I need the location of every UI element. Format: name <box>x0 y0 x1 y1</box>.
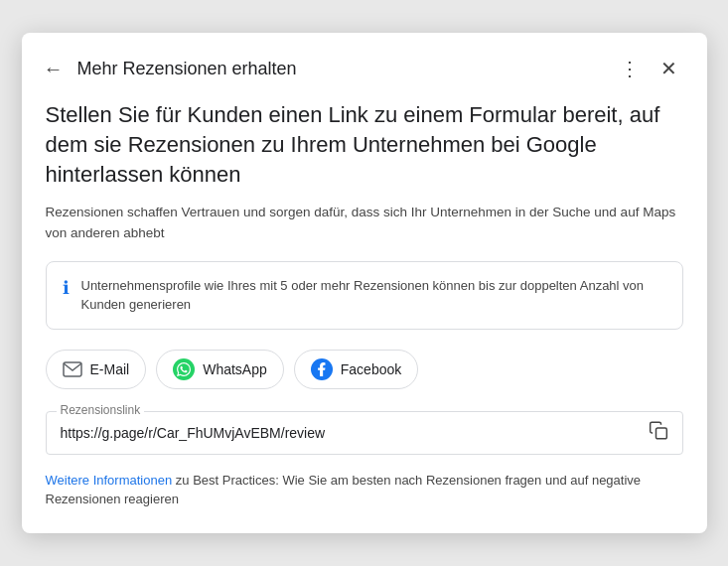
more-options-button[interactable]: ⋮ <box>612 51 648 86</box>
info-icon: ℹ <box>63 277 70 299</box>
email-icon <box>63 359 82 379</box>
facebook-label: Facebook <box>341 361 401 377</box>
back-button[interactable]: ← <box>38 53 70 84</box>
header-actions: ⋮ ✕ <box>612 51 687 86</box>
close-button[interactable]: ✕ <box>652 51 687 86</box>
dialog: ← Mehr Rezensionen erhalten ⋮ ✕ Stellen … <box>22 33 707 533</box>
footer-text: Weitere Informationen zu Best Practices:… <box>46 471 683 509</box>
dialog-header: ← Mehr Rezensionen erhalten ⋮ ✕ <box>22 33 707 96</box>
facebook-icon <box>311 358 333 380</box>
email-label: E-Mail <box>90 361 130 377</box>
svg-rect-0 <box>64 362 81 376</box>
info-box: ℹ Unternehmensprofile wie Ihres mit 5 od… <box>46 261 683 330</box>
dialog-title: Mehr Rezensionen erhalten <box>77 59 604 79</box>
main-heading: Stellen Sie für Kunden einen Link zu ein… <box>46 100 683 189</box>
email-share-button[interactable]: E-Mail <box>46 350 147 389</box>
link-field-label: Rezensionslink <box>57 403 145 417</box>
dialog-body: Stellen Sie für Kunden einen Link zu ein… <box>22 96 707 533</box>
footer-link[interactable]: Weitere Informationen <box>46 473 173 488</box>
svg-rect-1 <box>655 428 666 439</box>
whatsapp-icon <box>173 358 195 380</box>
copy-link-button[interactable] <box>645 416 672 449</box>
facebook-share-button[interactable]: Facebook <box>294 350 418 389</box>
whatsapp-share-button[interactable]: WhatsApp <box>156 350 284 389</box>
link-field-value: https://g.page/r/Car_FhUMvjAvEBM/review <box>61 425 326 441</box>
link-field: Rezensionslink https://g.page/r/Car_FhUM… <box>46 411 683 455</box>
whatsapp-label: WhatsApp <box>203 361 267 377</box>
share-buttons: E-Mail WhatsApp Facebook <box>46 350 683 389</box>
info-text: Unternehmensprofile wie Ihres mit 5 oder… <box>81 276 666 315</box>
subtitle: Rezensionen schaffen Vertrauen und sorge… <box>46 203 683 243</box>
